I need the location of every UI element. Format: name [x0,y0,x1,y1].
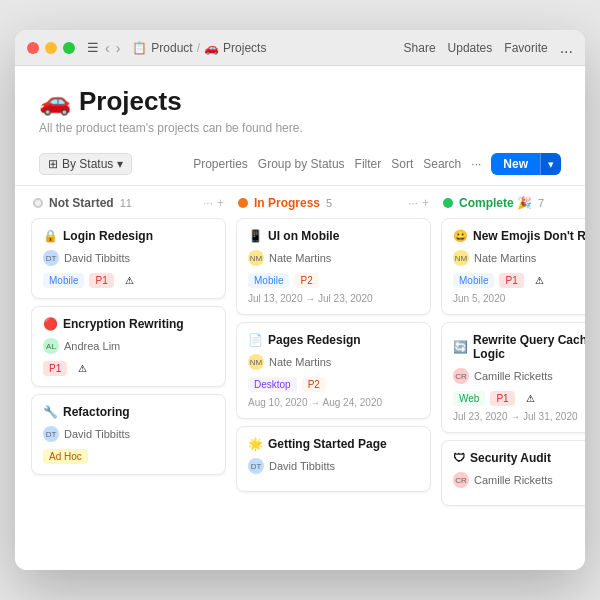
avatar: DT [248,458,264,474]
chevron-down-icon: ▾ [117,157,123,171]
card-tags: Web P1 ⚠ [453,391,585,406]
close-button[interactable] [27,42,39,54]
tag-warn: ⚠ [119,273,140,288]
col-actions-not-started: ··· + [203,196,224,210]
card-security-audit[interactable]: 🛡 Security Audit CR Camille Ricketts [441,440,585,506]
card-icon: 🔒 [43,229,58,243]
more-options-button[interactable]: ... [560,39,573,57]
toolbar: ⊞ By Status ▾ Properties Group by Status… [15,147,585,186]
new-dropdown-button[interactable]: ▾ [540,153,561,175]
card-new-emojis[interactable]: 😀 New Emojis Don't Render NM Nate Martin… [441,218,585,315]
properties-button[interactable]: Properties [193,157,248,171]
card-assignee: DT David Tibbitts [248,458,419,474]
card-date: Jul 23, 2020 → Jul 31, 2020 [453,411,585,422]
avatar: NM [248,354,264,370]
card-rewrite-query[interactable]: 🔄 Rewrite Query Caching Logic CR Camille… [441,322,585,433]
new-button[interactable]: New [491,153,540,175]
breadcrumb-separator: / [197,41,200,55]
column-complete: Complete 🎉 7 ··· + 😀 New Emojis Don't Re… [441,196,585,560]
page-title: 🚗 Projects [39,86,561,117]
tag-adhoc: Ad Hoc [43,449,88,464]
by-status-label: By Status [62,157,113,171]
tag-mobile: Mobile [43,273,84,288]
col-more-in-progress[interactable]: ··· [408,196,418,210]
col-cards-not-started: 🔒 Login Redesign DT David Tibbitts Mobil… [31,218,226,560]
card-encryption-rewriting[interactable]: 🔴 Encryption Rewriting AL Andrea Lim P1 … [31,306,226,387]
page-icon: 🚗 [39,86,71,117]
card-assignee: DT David Tibbitts [43,426,214,442]
col-add-in-progress[interactable]: + [422,196,429,210]
col-header-in-progress: In Progress 5 ··· + [236,196,431,210]
search-button[interactable]: Search [423,157,461,171]
breadcrumb-projects[interactable]: Projects [223,41,266,55]
by-status-button[interactable]: ⊞ By Status ▾ [39,153,132,175]
col-add-not-started[interactable]: + [217,196,224,210]
forward-button[interactable]: › [116,40,121,56]
card-assignee: CR Camille Ricketts [453,368,585,384]
share-button[interactable]: Share [404,41,436,55]
col-label-not-started: Not Started [49,196,114,210]
card-date: Aug 10, 2020 → Aug 24, 2020 [248,397,419,408]
card-pages-redesign[interactable]: 📄 Pages Redesign NM Nate Martins Desktop… [236,322,431,419]
column-in-progress: In Progress 5 ··· + 📱 UI on Mobile [236,196,431,560]
avatar: AL [43,338,59,354]
tag-warn: ⚠ [520,391,541,406]
card-ui-on-mobile[interactable]: 📱 UI on Mobile NM Nate Martins Mobile P2… [236,218,431,315]
card-refactoring[interactable]: 🔧 Refactoring DT David Tibbitts Ad Hoc [31,394,226,475]
card-assignee: NM Nate Martins [248,250,419,266]
card-tags: Mobile P2 [248,273,419,288]
card-tags: Mobile P1 ⚠ [43,273,214,288]
col-count-not-started: 11 [120,197,132,209]
card-assignee: NM Nate Martins [248,354,419,370]
app-window: ☰ ‹ › 📋 Product / 🚗 Projects Share Updat… [15,30,585,570]
card-date: Jul 13, 2020 → Jul 23, 2020 [248,293,419,304]
card-icon: 🔴 [43,317,58,331]
updates-button[interactable]: Updates [448,41,493,55]
col-header-not-started: Not Started 11 ··· + [31,196,226,210]
avatar: DT [43,426,59,442]
col-status-dot-complete [443,198,453,208]
tag-p1: P1 [89,273,113,288]
titlebar-actions: Share Updates Favorite ... [404,39,573,57]
tag-p1: P1 [499,273,523,288]
traffic-lights [27,42,75,54]
tag-warn: ⚠ [72,361,93,376]
tag-p2: P2 [294,273,318,288]
col-actions-in-progress: ··· + [408,196,429,210]
card-getting-started[interactable]: 🌟 Getting Started Page DT David Tibbitts [236,426,431,492]
card-icon: 📄 [248,333,263,347]
tag-p1: P1 [43,361,67,376]
tag-p1: P1 [490,391,514,406]
card-icon: 🔧 [43,405,58,419]
group-by-status-button[interactable]: Group by Status [258,157,345,171]
avatar: NM [248,250,264,266]
hamburger-icon[interactable]: ☰ [87,40,99,55]
filter-button[interactable]: Filter [355,157,382,171]
sort-button[interactable]: Sort [391,157,413,171]
more-toolbar-button[interactable]: ··· [471,157,481,171]
breadcrumb-product[interactable]: Product [151,41,192,55]
card-tags: P1 ⚠ [43,361,214,376]
card-title: 🔄 Rewrite Query Caching Logic [453,333,585,361]
breadcrumb-icon-projects: 🚗 [204,41,219,55]
maximize-button[interactable] [63,42,75,54]
card-login-redesign[interactable]: 🔒 Login Redesign DT David Tibbitts Mobil… [31,218,226,299]
card-tags: Ad Hoc [43,449,214,464]
card-title: 🔒 Login Redesign [43,229,214,243]
card-title: 🛡 Security Audit [453,451,585,465]
column-not-started: Not Started 11 ··· + 🔒 Login Redesign [31,196,226,560]
titlebar: ☰ ‹ › 📋 Product / 🚗 Projects Share Updat… [15,30,585,66]
card-assignee: AL Andrea Lim [43,338,214,354]
tag-mobile: Mobile [248,273,289,288]
card-title: 🔴 Encryption Rewriting [43,317,214,331]
card-assignee: CR Camille Ricketts [453,472,585,488]
back-button[interactable]: ‹ [105,40,110,56]
tag-desktop: Desktop [248,377,297,392]
col-label-in-progress: In Progress [254,196,320,210]
view-icon: ⊞ [48,157,58,171]
card-title: 📄 Pages Redesign [248,333,419,347]
col-count-complete: 7 [538,197,544,209]
col-more-not-started[interactable]: ··· [203,196,213,210]
minimize-button[interactable] [45,42,57,54]
favorite-button[interactable]: Favorite [504,41,547,55]
